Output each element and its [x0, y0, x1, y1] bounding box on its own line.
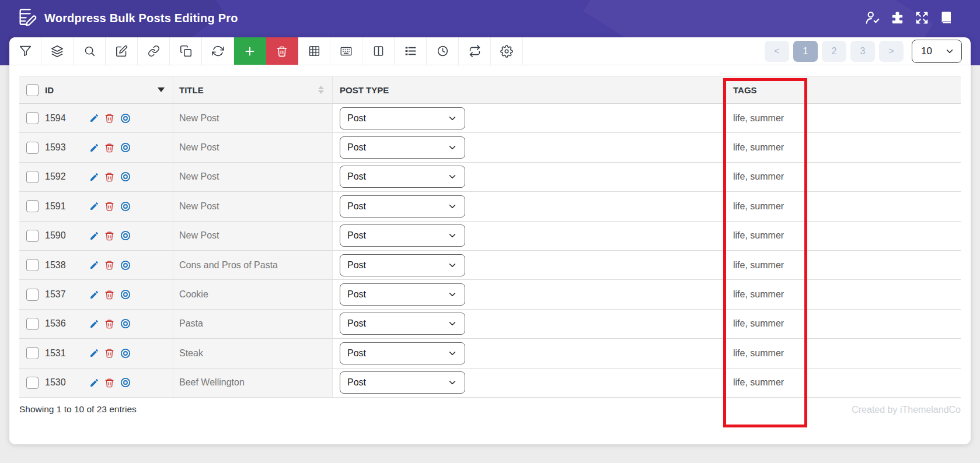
- row-checkbox[interactable]: [26, 112, 39, 124]
- duplicate-icon[interactable]: [170, 37, 202, 65]
- edit-post-icon[interactable]: [89, 319, 99, 329]
- puzzle-icon[interactable]: [890, 10, 905, 25]
- table-row: 1591 New Post Post life, summer: [19, 192, 961, 221]
- list-icon[interactable]: [395, 37, 427, 65]
- chevron-down-icon: [447, 377, 458, 388]
- view-post-icon[interactable]: [120, 289, 131, 300]
- sort-desc-icon: [158, 87, 165, 92]
- row-checkbox[interactable]: [26, 289, 39, 301]
- edit-post-icon[interactable]: [89, 143, 99, 153]
- view-post-icon[interactable]: [120, 201, 131, 212]
- chevron-down-icon: [944, 46, 955, 57]
- search-icon[interactable]: [74, 37, 106, 65]
- layers-icon[interactable]: [41, 37, 74, 65]
- edit-post-icon[interactable]: [89, 113, 99, 123]
- post-type-select[interactable]: Post: [340, 107, 465, 129]
- delete-post-icon[interactable]: [104, 113, 114, 123]
- settings-icon[interactable]: [491, 37, 523, 65]
- header-tags[interactable]: TAGS: [724, 76, 961, 103]
- row-checkbox[interactable]: [26, 259, 39, 271]
- delete-post-icon[interactable]: [104, 201, 114, 211]
- post-title: Pasta: [179, 318, 203, 329]
- view-post-icon[interactable]: [120, 318, 131, 329]
- refresh-icon[interactable]: [202, 37, 234, 65]
- pagination-page-2[interactable]: 2: [822, 41, 846, 62]
- header-post-type[interactable]: POST TYPE: [332, 76, 724, 103]
- edit-post-icon[interactable]: [89, 260, 99, 270]
- post-type-select[interactable]: Post: [340, 136, 465, 159]
- edit-post-icon[interactable]: [89, 348, 99, 358]
- row-checkbox[interactable]: [26, 171, 39, 183]
- sync-icon[interactable]: [459, 37, 491, 65]
- delete-post-icon[interactable]: [104, 348, 114, 358]
- select-all-checkbox[interactable]: [26, 84, 39, 96]
- row-checkbox[interactable]: [26, 377, 39, 389]
- history-icon[interactable]: [427, 37, 459, 65]
- post-type-select[interactable]: Post: [340, 225, 465, 247]
- post-tags: life, summer: [733, 230, 784, 241]
- table-row: 1531 Steak Post life, summer: [19, 339, 961, 368]
- view-post-icon[interactable]: [120, 348, 131, 359]
- book-icon[interactable]: [939, 10, 954, 25]
- post-type-select[interactable]: Post: [340, 342, 465, 364]
- delete-post-icon[interactable]: [104, 172, 114, 182]
- header-post-type-label: POST TYPE: [340, 85, 389, 95]
- delete-post-icon[interactable]: [104, 143, 114, 153]
- delete-post-icon[interactable]: [104, 378, 114, 388]
- view-post-icon[interactable]: [120, 230, 131, 241]
- row-checkbox[interactable]: [26, 142, 39, 154]
- per-page-select[interactable]: 10: [912, 40, 962, 63]
- post-type-select[interactable]: Post: [340, 166, 465, 188]
- edit-post-icon[interactable]: [89, 378, 99, 388]
- view-post-icon[interactable]: [120, 171, 131, 183]
- delete-post-icon[interactable]: [104, 231, 114, 241]
- post-type-select[interactable]: Post: [340, 371, 465, 394]
- post-title: New Post: [179, 201, 219, 212]
- delete-post-icon[interactable]: [104, 319, 114, 329]
- edit-post-icon[interactable]: [89, 231, 99, 241]
- row-checkbox[interactable]: [26, 347, 39, 359]
- table-view-icon[interactable]: [298, 37, 330, 65]
- delete-post-icon[interactable]: [104, 290, 114, 300]
- row-checkbox[interactable]: [26, 318, 39, 330]
- post-title: New Post: [179, 113, 219, 124]
- post-type-value: Post: [347, 201, 366, 212]
- chevron-down-icon: [447, 230, 458, 241]
- user-check-icon[interactable]: [865, 10, 880, 25]
- post-type-select[interactable]: Post: [340, 254, 465, 276]
- header-id[interactable]: ID: [19, 76, 173, 103]
- table-row: 1537 Cookie Post life, summer: [19, 280, 961, 309]
- edit-post-icon[interactable]: [89, 290, 99, 300]
- bulk-edit-icon[interactable]: [106, 37, 138, 65]
- pagination-prev-button[interactable]: <: [765, 41, 789, 62]
- filter-icon[interactable]: [9, 37, 41, 65]
- pagination-page-3[interactable]: 3: [850, 41, 875, 62]
- edit-post-icon[interactable]: [89, 201, 99, 211]
- meta-fields-icon[interactable]: [330, 37, 362, 65]
- post-title: Cookie: [179, 289, 208, 300]
- view-post-icon[interactable]: [120, 259, 131, 271]
- view-post-icon[interactable]: [120, 142, 131, 153]
- post-type-select[interactable]: Post: [340, 313, 465, 335]
- add-new-button[interactable]: [234, 37, 266, 65]
- posts-table: ID TITLE POST TYPE TAGS 1594: [19, 76, 961, 398]
- post-type-select[interactable]: Post: [340, 283, 465, 306]
- delete-button[interactable]: [266, 37, 298, 65]
- pagination-page-1[interactable]: 1: [793, 41, 818, 62]
- header-title[interactable]: TITLE: [173, 76, 332, 103]
- link-icon[interactable]: [138, 37, 170, 65]
- post-type-select[interactable]: Post: [340, 195, 465, 218]
- table-row: 1594 New Post Post life, summer: [19, 104, 961, 133]
- view-post-icon[interactable]: [120, 113, 131, 124]
- edit-post-icon[interactable]: [89, 172, 99, 182]
- post-tags: life, summer: [733, 201, 784, 212]
- fullscreen-icon[interactable]: [914, 10, 929, 25]
- delete-post-icon[interactable]: [104, 260, 114, 270]
- columns-icon[interactable]: [362, 37, 395, 65]
- view-post-icon[interactable]: [120, 377, 131, 388]
- post-id: 1537: [45, 289, 75, 300]
- table-row: 1538 Cons and Pros of Pasta Post life, s…: [19, 251, 961, 280]
- pagination-next-button[interactable]: >: [879, 41, 904, 62]
- row-checkbox[interactable]: [26, 200, 39, 212]
- row-checkbox[interactable]: [26, 230, 39, 242]
